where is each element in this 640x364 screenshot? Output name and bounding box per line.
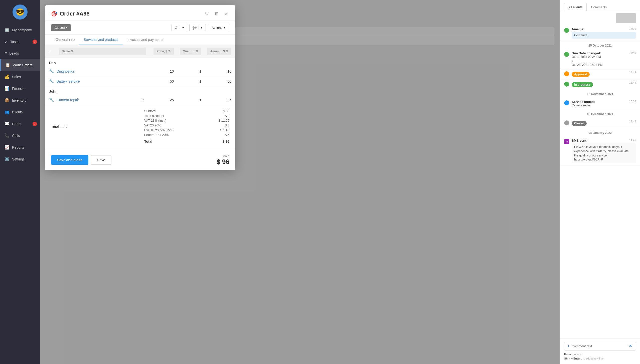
event-dot — [564, 28, 569, 33]
sidebar-item-label: Clients — [12, 110, 23, 114]
sort-arrows: ⇅ — [168, 50, 171, 53]
reports-icon: 📈 — [5, 145, 10, 150]
tasks-icon: ✓ — [5, 39, 8, 44]
sidebar-item-settings[interactable]: ⚙️ Settings — [0, 153, 40, 165]
vat23-row: VAT 23% (incl.) $ 11.22 — [144, 119, 229, 122]
modal-backdrop: 🎯 Order #A98 ♡ ⊞ × Closed ▾ 🖨 — [40, 0, 560, 364]
sort-icon[interactable]: ↑ — [49, 50, 57, 53]
sidebar-item-calls[interactable]: 📞 Calls — [0, 130, 40, 141]
total-final-row: Total $ 96 — [144, 138, 229, 143]
status-tag-approval: Approval — [572, 72, 590, 77]
actions-label: Actions — [212, 26, 222, 30]
company-icon: 🏢 — [5, 28, 10, 32]
sort-arrows: ⇅ — [226, 50, 228, 53]
sidebar-item-label: Finance — [12, 87, 25, 91]
event-dot — [564, 100, 569, 105]
modal-title: 🎯 Order #A98 — [51, 11, 90, 17]
col-header-qty[interactable]: Quanti... ⇅ — [174, 48, 201, 55]
sidebar-item-leads[interactable]: ≡ Leads — [0, 48, 40, 59]
section-dan: Dan — [45, 58, 235, 66]
subtotal-row: Subtotal $ 85 — [144, 109, 229, 113]
sidebar-item-label: Inventory — [12, 98, 27, 102]
due-date-from: Oct 1, 2021 02:24 PM — [572, 55, 636, 59]
col-header-price[interactable]: Price, $ ⇅ — [146, 48, 174, 55]
comment-hints: Enter , to send Shift + Enter , to add a… — [564, 352, 636, 361]
separator — [199, 26, 199, 30]
save-close-button[interactable]: Save and close — [51, 155, 88, 165]
status-badge[interactable]: Closed ▾ — [51, 24, 71, 31]
eye-icon[interactable]: 👁 — [629, 344, 633, 348]
sidebar-item-my-company[interactable]: 🏢 My company — [0, 24, 40, 36]
sort-arrows: ⇅ — [196, 50, 198, 53]
email-icon: ✉ — [564, 139, 569, 144]
save-button[interactable]: Save — [91, 155, 111, 165]
tab-general-info[interactable]: General info — [51, 35, 79, 45]
total-value: $ 96 — [212, 139, 229, 143]
close-button[interactable]: × — [223, 10, 229, 18]
event-time: 17:29 — [629, 27, 636, 30]
sidebar-item-finance[interactable]: 📊 Finance — [0, 83, 40, 94]
name-sort[interactable]: Name ⇅ — [59, 48, 146, 55]
sidebar-item-chats[interactable]: 💬 Chats 7 — [0, 118, 40, 130]
qty-sort[interactable]: Quanti... ⇅ — [180, 48, 201, 55]
favorite-button[interactable]: ♡ — [203, 10, 211, 18]
col-header-amount[interactable]: Amount, $ ⇅ — [201, 48, 231, 55]
event-title: Amaliia: — [572, 27, 584, 31]
event-body: Due Date changed: 11:49 Oct 1, 2021 02:2… — [572, 51, 636, 67]
chats-icon: 💬 — [5, 121, 10, 126]
event-header: Approval 11:49 — [572, 71, 636, 77]
sidebar-item-label: Settings — [12, 157, 25, 161]
events-list: Amaliia: 17:29 Comment 25 October 2021 D… — [560, 11, 640, 338]
qr-button[interactable]: ⊞ — [213, 10, 221, 18]
comment-input[interactable] — [572, 344, 627, 348]
event-in-progress: In progress 11:49 — [560, 79, 640, 89]
subtotal-value: $ 85 — [212, 109, 229, 113]
service-icon: 🔧 — [49, 79, 54, 84]
item-name-link[interactable]: Diagnostics — [57, 69, 146, 73]
enter-hint: Enter — [564, 353, 571, 356]
actions-button[interactable]: Actions ▾ — [208, 24, 229, 31]
right-panel: All events Comments Amaliia: 17:29 Comme… — [560, 0, 640, 364]
tab-comments[interactable]: Comments — [587, 3, 611, 11]
comment-input-area: + 👁 Enter , to send Shift + Enter , to a… — [560, 338, 640, 364]
sidebar-item-label: Leads — [9, 51, 19, 55]
section-john: John — [45, 86, 235, 95]
status-tag-closed: Closed — [572, 121, 587, 126]
item-battery-service: 🔧 Battery service 50 1 50 — [45, 76, 235, 86]
tab-services-products[interactable]: Services and products — [79, 35, 123, 45]
sidebar-item-sales[interactable]: 💰 Sales — [0, 71, 40, 83]
sidebar-item-reports[interactable]: 📈 Reports — [0, 141, 40, 153]
right-panel-tabs: All events Comments — [560, 0, 640, 11]
sidebar-item-inventory[interactable]: 📦 Inventory — [0, 94, 40, 106]
item-name-link[interactable]: Battery service — [57, 79, 146, 83]
chat-button[interactable]: 💬 ▾ — [189, 24, 206, 31]
modal-header: 🎯 Order #A98 ♡ ⊞ × — [45, 5, 235, 21]
item-name-link[interactable]: Camera repair — [57, 98, 139, 102]
print-button[interactable]: 🖨 ▾ — [172, 24, 187, 31]
item-qty: 1 — [174, 69, 201, 73]
price-sort[interactable]: Price, $ ⇅ — [153, 48, 174, 55]
event-title: Service added: — [572, 100, 595, 104]
paid-label: Paid — [217, 154, 229, 158]
event-due-date: Due Date changed: 11:49 Oct 1, 2021 02:2… — [560, 49, 640, 69]
event-comment: Amaliia: 17:29 Comment — [560, 25, 640, 41]
vat20-label: VAT20 20% — [144, 123, 161, 127]
event-time: 10:35 — [629, 100, 636, 103]
actions-dropdown-icon: ▾ — [224, 26, 226, 30]
sidebar-item-clients[interactable]: 👥 Clients — [0, 106, 40, 118]
sidebar-item-work-orders[interactable]: 📋 Work Orders — [0, 59, 40, 71]
plus-icon: + — [567, 344, 570, 348]
leads-icon: ≡ — [5, 51, 7, 56]
tab-all-events[interactable]: All events — [564, 3, 587, 11]
table-header-row: ↑ Name ⇅ Price, $ ⇅ — [45, 45, 235, 58]
sidebar-item-tasks[interactable]: ✓ Tasks 3 — [0, 36, 40, 48]
shield-icon: 🛡 — [141, 98, 144, 102]
sidebar-item-label: Reports — [12, 145, 24, 149]
comment-input-row: + 👁 — [564, 342, 636, 351]
print-icon: 🖨 — [175, 26, 178, 30]
amount-sort[interactable]: Amount, $ ⇅ — [207, 48, 231, 55]
totals-section: Total — 3 Subtotal $ 85 Total discount $… — [45, 105, 235, 150]
excise-row: Excise tax 5% (incl.) $ 1.43 — [144, 128, 229, 132]
tab-invoices-payments[interactable]: Invoices and payments — [123, 35, 168, 45]
avatar[interactable]: 😎 — [13, 5, 28, 20]
